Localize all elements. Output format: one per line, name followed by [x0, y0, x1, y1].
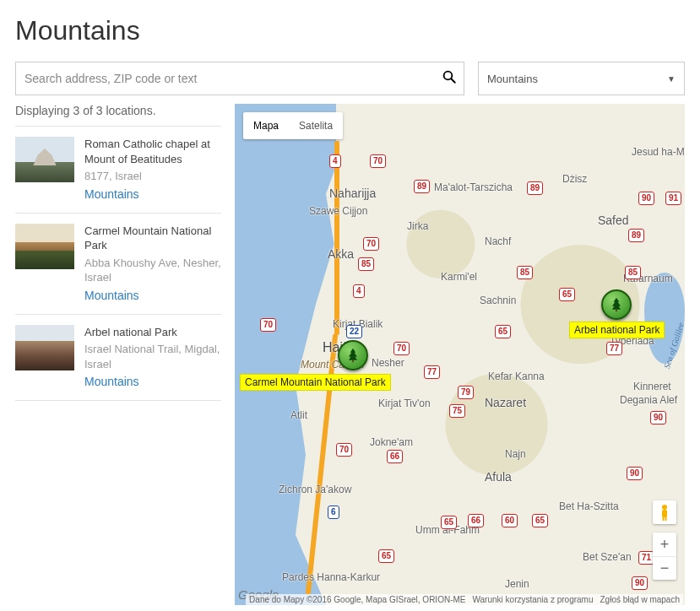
location-category-link[interactable]: Mountains: [84, 288, 221, 304]
route-shield: 89: [527, 181, 543, 195]
location-address: Israel National Trail, Migdal, Israel: [84, 342, 221, 371]
page-title: Mountains: [15, 15, 685, 46]
location-address: Abba Khoushy Ave, Nesher, Israel: [84, 256, 221, 285]
map-city-label: Jenin: [505, 578, 529, 590]
route-shield: 4: [329, 154, 341, 168]
controls-row: Mountains ▼: [15, 62, 685, 95]
location-category-link[interactable]: Mountains: [84, 187, 221, 203]
route-shield: 75: [449, 404, 465, 418]
location-category-link[interactable]: Mountains: [84, 374, 221, 390]
list-item[interactable]: Arbel national Park Israel National Trai…: [15, 314, 221, 402]
map-attribution: Dane do Mapy ©2016 Google, Mapa GISrael,…: [246, 594, 683, 605]
map-canvas[interactable]: Sea of Galilee Naharijja Szawe Cijjon Ak…: [235, 104, 685, 605]
search-icon[interactable]: [442, 69, 457, 88]
svg-line-1: [451, 78, 455, 83]
map-marker-label[interactable]: Carmel Mountain National Park: [240, 374, 391, 391]
route-shield: 65: [532, 514, 548, 527]
location-thumbnail: [15, 224, 74, 269]
map-city-label: Jokne'am: [370, 436, 413, 448]
location-title: Carmel Mountain National Park: [84, 224, 221, 253]
route-shield: 70: [393, 342, 410, 355]
location-title: Arbel national Park: [84, 325, 221, 340]
route-shield: 70: [260, 318, 276, 332]
svg-rect-2: [352, 360, 354, 362]
map-city-label: Zichron Ja'akow: [279, 484, 351, 495]
map-terms-link[interactable]: Warunki korzystania z programu: [472, 595, 593, 604]
route-shield: 65: [378, 549, 394, 563]
dropdown-selected: Mountains: [487, 73, 538, 85]
route-shield: 6: [328, 506, 339, 519]
svg-rect-6: [663, 516, 665, 521]
route-shield: 85: [625, 266, 641, 279]
zoom-in-button[interactable]: +: [653, 533, 676, 556]
route-shield: 66: [468, 514, 484, 527]
zoom-control: + −: [653, 533, 676, 580]
route-shield: 85: [358, 257, 374, 271]
map-marker-label[interactable]: Arbel national Park: [569, 322, 665, 338]
pegman-icon: [659, 504, 670, 521]
map-city-label: Nesher: [372, 357, 404, 369]
map-type-map[interactable]: Mapa: [243, 112, 289, 139]
map-city-label: Jesud ha-Ma'ala,: [632, 146, 685, 158]
map-city-label: Akka: [328, 247, 354, 261]
map-road: [334, 141, 339, 335]
route-shield: 65: [441, 516, 457, 529]
route-shield: 65: [559, 288, 575, 301]
map-city-label: Safed: [598, 214, 629, 227]
route-shield: 90: [627, 467, 643, 480]
map-type-satellite[interactable]: Satelita: [289, 112, 343, 139]
map-city-label: Kefar Kanna: [488, 370, 545, 382]
map-city-label: Dżisz: [562, 173, 587, 185]
route-shield: 90: [632, 576, 648, 590]
zoom-out-button[interactable]: −: [653, 556, 676, 580]
location-title: Roman Catholic chapel at Mount of Beatit…: [84, 137, 221, 166]
location-thumbnail: [15, 325, 74, 370]
location-thumbnail: [15, 137, 74, 182]
search-input[interactable]: [24, 72, 433, 85]
route-shield: 85: [517, 266, 533, 279]
results-sidebar: Displaying 3 of 3 locations. Roman Catho…: [15, 104, 221, 605]
map-report-link[interactable]: Zgłoś błąd w mapach: [600, 595, 681, 604]
route-shield: 70: [363, 237, 379, 251]
svg-rect-7: [665, 516, 667, 521]
map-land: [336, 104, 685, 605]
route-shield: 77: [424, 365, 440, 379]
map-type-control: Mapa Satelita: [243, 112, 343, 139]
map-city-label: Karmi'el: [441, 271, 477, 283]
search-box[interactable]: [15, 62, 464, 95]
route-shield: 22: [346, 325, 362, 338]
map-city-label: Najn: [505, 448, 526, 460]
location-address: 8177, Israel: [84, 169, 221, 184]
map-marker-carmel[interactable]: [338, 340, 368, 370]
map-city-label: Pardes Hanna-Karkur: [282, 571, 380, 583]
svg-point-4: [662, 505, 667, 510]
route-shield: 89: [414, 180, 430, 193]
route-shield: 90: [638, 192, 654, 205]
map-city-label: Jirka: [407, 220, 428, 232]
list-item[interactable]: Roman Catholic chapel at Mount of Beatit…: [15, 126, 221, 213]
map-city-label: Kinneret: [633, 381, 671, 392]
chevron-down-icon: ▼: [667, 74, 676, 84]
map-data-attrib: Dane do Mapy ©2016 Google, Mapa GISrael,…: [249, 595, 465, 604]
map-city-label: Atlit: [290, 409, 307, 421]
route-shield: 70: [336, 443, 352, 457]
map-city-label: Bet Sze'an: [583, 551, 632, 563]
route-shield: 91: [665, 192, 681, 205]
route-shield: 70: [370, 154, 386, 168]
route-shield: 4: [353, 284, 365, 298]
route-shield: 65: [495, 325, 511, 338]
tree-icon: [608, 295, 625, 314]
tree-icon: [345, 346, 361, 365]
results-summary: Displaying 3 of 3 locations.: [15, 104, 221, 117]
map-city-label: Degania Alef: [620, 394, 677, 406]
list-item[interactable]: Carmel Mountain National Park Abba Khous…: [15, 213, 221, 314]
category-dropdown[interactable]: Mountains ▼: [478, 62, 685, 95]
map-city-label: Nazaret: [485, 396, 526, 409]
route-shield: 60: [502, 514, 518, 527]
route-shield: 77: [606, 342, 622, 355]
map-city-label: Afula: [485, 470, 512, 484]
streetview-pegman[interactable]: [653, 500, 676, 524]
map-city-label: Nachf: [485, 235, 511, 247]
svg-rect-3: [616, 309, 617, 311]
map-marker-arbel[interactable]: [601, 289, 632, 320]
